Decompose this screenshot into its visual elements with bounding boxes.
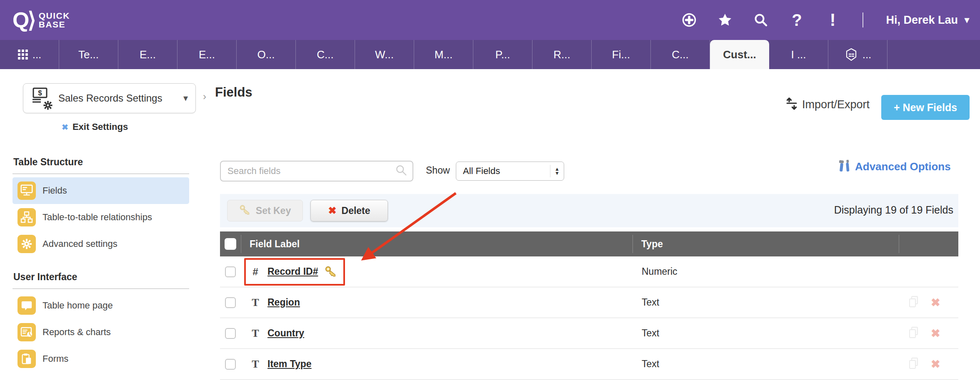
displaying-count: Displaying 19 of 19 Fields	[834, 204, 953, 216]
fields-monitor-icon	[18, 182, 36, 200]
search-icon[interactable]	[753, 12, 768, 27]
tab-label: C...	[672, 48, 688, 61]
fields-table: Field Label Type # Record ID# Numeric T …	[220, 231, 958, 380]
row-checkbox[interactable]	[225, 297, 236, 308]
table-settings-menu-button[interactable]: $ Sales Records Settings ▾	[23, 83, 196, 113]
table-tab-bar: ... Te... E... E... O... C... W... M... …	[0, 40, 980, 69]
column-header-field-label: Field Label	[241, 239, 632, 250]
column-header-type: Type	[633, 239, 899, 250]
table-row-item-type: T Item Type Text ✖	[220, 349, 958, 380]
tab-label: M...	[435, 48, 452, 61]
copy-icon[interactable]	[908, 357, 920, 372]
delete-label: Delete	[342, 205, 370, 216]
tab-7[interactable]: M...	[414, 40, 473, 69]
select-all-checkbox[interactable]	[225, 238, 236, 250]
tab-app-box[interactable]: ...	[828, 40, 888, 69]
logo-text-base: BASE	[39, 20, 70, 29]
text-field-icon: T	[250, 296, 261, 309]
set-key-label: Set Key	[256, 205, 291, 216]
settings-sidebar: Table Structure Fields Table-to-table re…	[12, 157, 189, 372]
sidebar-item-label: Advanced settings	[42, 239, 118, 249]
tools-icon	[838, 159, 851, 174]
gear-icon	[18, 235, 36, 253]
delete-field-icon[interactable]: ✖	[931, 327, 940, 340]
tab-label: ...	[32, 48, 42, 61]
page-title: Fields	[215, 85, 252, 100]
sidebar-item-reports-charts[interactable]: Reports & charts	[12, 319, 189, 346]
chevron-down-icon: ▾	[965, 15, 969, 25]
fields-toolbar: Set Key ✖ Delete Displaying 19 of 19 Fie…	[220, 194, 958, 227]
row-checkbox[interactable]	[225, 266, 236, 277]
field-link-record-id[interactable]: Record ID#	[268, 266, 318, 277]
show-fields-selected-value: All Fields	[463, 166, 550, 177]
quickbase-logo[interactable]: Q⟩ QUICK BASE	[12, 7, 70, 32]
advanced-options-link[interactable]: Advanced Options	[838, 159, 951, 174]
help-icon[interactable]: ?	[789, 12, 804, 27]
copy-icon[interactable]	[908, 326, 920, 341]
exit-settings-link[interactable]: ✖ Exit Settings	[62, 122, 128, 132]
tab-5[interactable]: C...	[296, 40, 355, 69]
field-link-region[interactable]: Region	[268, 297, 300, 308]
tab-apps-grid[interactable]: ...	[0, 40, 59, 69]
show-fields-select[interactable]: All Fields ▲▼	[456, 162, 564, 181]
row-checkbox[interactable]	[225, 359, 236, 370]
field-link-item-type[interactable]: Item Type	[268, 358, 312, 370]
sidebar-item-label: Table-to-table relationships	[42, 212, 152, 223]
tab-label: R...	[553, 48, 570, 61]
sidebar-item-relationships[interactable]: Table-to-table relationships	[12, 204, 189, 231]
search-input[interactable]	[228, 166, 395, 177]
tab-label: P...	[495, 48, 510, 61]
tab-label: I ...	[791, 48, 806, 61]
sidebar-section-title: User Interface	[12, 271, 189, 283]
tab-6[interactable]: W...	[355, 40, 414, 69]
user-greeting: Hi, Derek Lau	[886, 14, 958, 27]
field-type: Text	[632, 358, 898, 370]
add-icon[interactable]	[682, 12, 697, 27]
tab-customers-active[interactable]: Cust...	[710, 40, 769, 69]
cube-icon	[844, 47, 858, 62]
tab-2[interactable]: E...	[118, 40, 178, 69]
chevron-down-icon: ▾	[183, 93, 188, 104]
set-key-button[interactable]: Set Key	[227, 200, 303, 221]
speech-bubble-icon	[18, 296, 36, 315]
sidebar-item-fields[interactable]: Fields	[12, 177, 189, 204]
search-icon	[395, 164, 408, 178]
tab-label: Fi...	[612, 48, 630, 61]
new-fields-button[interactable]: + New Fields	[881, 95, 970, 120]
alerts-icon[interactable]: !	[825, 12, 840, 27]
tab-1[interactable]: Te...	[59, 40, 118, 69]
sidebar-item-label: Fields	[42, 185, 67, 196]
table-row-record-id: # Record ID# Numeric	[220, 256, 958, 287]
tab-label: C...	[317, 48, 333, 61]
import-export-button[interactable]: Import/Export	[785, 97, 870, 112]
numeric-field-icon: #	[250, 266, 261, 278]
favorites-star-icon[interactable]	[718, 12, 732, 27]
tab-label: E...	[140, 48, 156, 61]
delete-field-icon[interactable]: ✖	[931, 296, 940, 309]
tab-4[interactable]: O...	[237, 40, 296, 69]
delete-field-icon[interactable]: ✖	[931, 358, 940, 371]
row-checkbox[interactable]	[225, 328, 236, 339]
tab-9[interactable]: R...	[532, 40, 592, 69]
import-export-label: Import/Export	[802, 98, 870, 111]
delete-button[interactable]: ✖ Delete	[310, 200, 388, 221]
svg-text:$: $	[38, 89, 42, 97]
tab-13[interactable]: I ...	[769, 40, 828, 69]
table-header-row: Field Label Type	[220, 231, 958, 256]
clipboard-icon	[18, 350, 36, 368]
copy-icon[interactable]	[908, 295, 920, 310]
tab-10[interactable]: Fi...	[592, 40, 651, 69]
tab-11[interactable]: C...	[651, 40, 710, 69]
sidebar-item-forms[interactable]: Forms	[12, 346, 189, 372]
header-separator	[862, 12, 863, 27]
tab-3[interactable]: E...	[178, 40, 237, 69]
field-link-country[interactable]: Country	[268, 328, 304, 339]
user-menu[interactable]: Hi, Derek Lau ▾	[886, 14, 969, 27]
tab-8[interactable]: P...	[473, 40, 532, 69]
sidebar-item-label: Reports & charts	[42, 327, 111, 338]
key-icon	[239, 204, 251, 217]
exit-settings-label: Exit Settings	[72, 122, 128, 132]
key-icon	[325, 265, 337, 279]
sidebar-item-table-home-page[interactable]: Table home page	[12, 292, 189, 319]
sidebar-item-advanced-settings[interactable]: Advanced settings	[12, 231, 189, 257]
